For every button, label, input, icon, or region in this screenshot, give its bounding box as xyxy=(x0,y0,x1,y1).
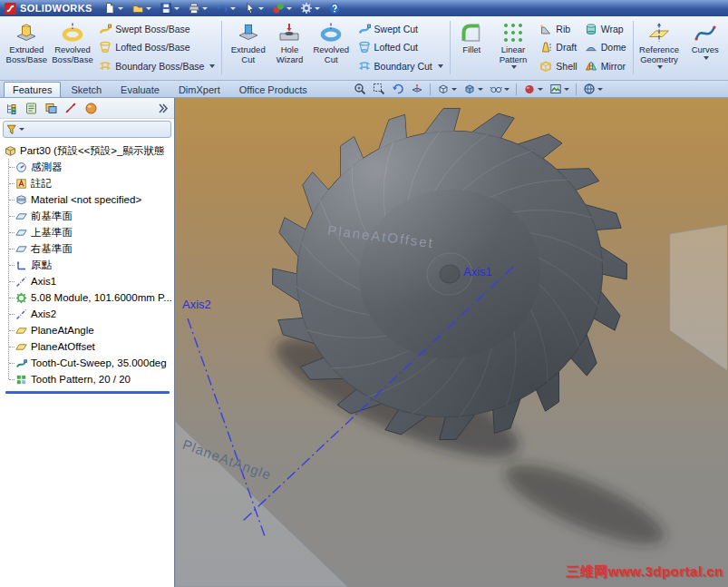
swept-cut-button[interactable]: Swept Cut xyxy=(355,23,446,35)
hide-show-items-icon[interactable] xyxy=(490,83,510,95)
lofted-cut-button[interactable]: Lofted Cut xyxy=(355,41,446,54)
tree-item-right-plane[interactable]: 右基準面 xyxy=(14,240,174,257)
tree-item-origin[interactable]: 原點 xyxy=(14,257,174,273)
button-label: Boundary Boss/Base xyxy=(115,61,204,72)
plane-icon xyxy=(15,243,27,255)
ribbon-separator xyxy=(221,21,222,74)
mirror-button[interactable]: Mirror xyxy=(582,60,629,73)
ribbon-features: Extruded Boss/Base Revolved Boss/Base Sw… xyxy=(0,16,728,81)
mirror-icon xyxy=(585,60,597,73)
property-manager-icon[interactable] xyxy=(24,102,38,115)
rollback-bar[interactable] xyxy=(5,391,170,394)
view-orientation-icon[interactable] xyxy=(437,83,457,95)
edit-appearance-icon[interactable] xyxy=(523,83,543,95)
tree-item-part30[interactable]: Part30 (預設<<預設>_顯示狀態 xyxy=(3,142,174,159)
dropdown-caret xyxy=(478,88,483,91)
draft-button[interactable]: Draft xyxy=(537,41,579,54)
feature-manager-tree-icon[interactable] xyxy=(5,102,18,115)
tab-features[interactable]: Features xyxy=(4,82,61,97)
boundary-boss-icon xyxy=(99,60,112,73)
tree-item-sensors[interactable]: 感測器 xyxy=(14,159,174,175)
wrap-button[interactable]: Wrap xyxy=(582,23,629,35)
revolved-boss-base-button[interactable]: Revolved Boss/Base xyxy=(50,18,96,77)
brand-text: SOLIDWORKS xyxy=(20,3,92,14)
reference-geometry-button[interactable]: Reference Geometry xyxy=(636,18,683,77)
rib-button[interactable]: Rib xyxy=(537,23,579,35)
tab-dimxpert[interactable]: DimXpert xyxy=(170,82,229,97)
dimxpert-manager-icon[interactable] xyxy=(64,102,78,115)
heads-up-view-toolbar xyxy=(354,83,724,97)
extruded-boss-base-button[interactable]: Extruded Boss/Base xyxy=(4,18,50,77)
lofted-boss-base-button[interactable]: Lofted Boss/Base xyxy=(96,41,218,54)
linear-pattern-button[interactable]: Linear Pattern xyxy=(490,18,537,77)
extruded-cut-button[interactable]: Extruded Cut xyxy=(225,18,271,77)
open-icon[interactable] xyxy=(131,2,151,15)
hole-wizard-button[interactable]: Hole Wizard xyxy=(271,18,308,77)
tree-item-annotations[interactable]: 註記 xyxy=(14,175,174,191)
rebuild-icon[interactable] xyxy=(272,2,292,15)
dome-button[interactable]: Dome xyxy=(582,41,629,54)
tree-item-plane-at-offset[interactable]: PlaneAtOffset xyxy=(14,338,174,355)
select-icon[interactable] xyxy=(244,2,264,15)
configuration-manager-icon[interactable] xyxy=(44,102,58,115)
ref-plane-icon xyxy=(15,341,27,353)
tree-item-axis1[interactable]: Axis1 xyxy=(14,273,174,289)
titlebar: SOLIDWORKS xyxy=(0,0,728,16)
ribbon-separator xyxy=(450,21,451,74)
view-settings-icon[interactable] xyxy=(583,83,603,95)
button-label: Fillet xyxy=(462,45,480,55)
tab-sketch[interactable]: Sketch xyxy=(62,82,111,97)
tree-item-top-plane[interactable]: 上基準面 xyxy=(14,224,174,240)
tree-item-axis2[interactable]: Axis2 xyxy=(14,306,174,322)
tree-item-module[interactable]: 5.08 Module, 101.6000mm P... xyxy=(14,289,174,306)
boundary-cut-button[interactable]: Boundary Cut xyxy=(355,60,446,73)
solidworks-logo-icon xyxy=(5,3,16,15)
display-manager-icon[interactable] xyxy=(84,102,98,115)
revolved-boss-icon xyxy=(61,21,84,44)
tab-evaluate[interactable]: Evaluate xyxy=(112,82,169,97)
zoom-fit-icon[interactable] xyxy=(354,83,366,95)
boundary-boss-base-button[interactable]: Boundary Boss/Base xyxy=(96,60,218,73)
shell-button[interactable]: Shell xyxy=(537,60,579,73)
tab-office-products[interactable]: Office Products xyxy=(230,82,316,97)
button-label: Revolved Cut xyxy=(308,45,354,64)
bevel-gear-model[interactable] xyxy=(263,98,636,461)
tree-item-label: 前基準面 xyxy=(31,210,73,223)
previous-view-icon[interactable] xyxy=(392,83,404,95)
zoom-area-icon[interactable] xyxy=(373,83,385,95)
origin-icon xyxy=(15,259,27,271)
panel-expand-chevrons-icon[interactable] xyxy=(156,102,170,115)
wrap-icon xyxy=(585,23,597,35)
tree-item-front-plane[interactable]: 前基準面 xyxy=(14,208,174,224)
new-document-icon[interactable] xyxy=(103,2,123,15)
options-icon[interactable] xyxy=(300,2,320,15)
tree-filter-bar[interactable] xyxy=(3,121,171,138)
apply-scene-icon[interactable] xyxy=(549,83,569,95)
fillet-button[interactable]: Fillet xyxy=(453,18,490,77)
print-icon[interactable] xyxy=(188,2,208,15)
filter-funnel-icon xyxy=(6,124,17,135)
curves-button[interactable]: Curves xyxy=(682,18,728,77)
swept-boss-base-button[interactable]: Swept Boss/Base xyxy=(96,23,218,35)
button-label: Wrap xyxy=(601,24,624,34)
solidworks-window: SOLIDWORKS Extruded Boss/Base Revolved B… xyxy=(0,0,728,587)
linear-pattern-icon xyxy=(501,21,525,44)
revolved-cut-button[interactable]: Revolved Cut xyxy=(308,18,354,77)
wrap-dome-mirror-stack: Wrap Dome Mirror xyxy=(581,18,630,77)
tree-item-tooth-cut-sweep[interactable]: Tooth-Cut-Sweep, 35.000deg xyxy=(14,355,174,371)
plane-at-offset-surface[interactable] xyxy=(670,225,727,370)
display-style-icon[interactable] xyxy=(463,83,483,95)
tree-item-plane-at-angle[interactable]: PlaneAtAngle xyxy=(14,322,174,338)
save-icon[interactable] xyxy=(160,2,180,15)
swept-boss-icon xyxy=(99,23,112,35)
tree-item-label: 5.08 Module, 101.6000mm P... xyxy=(31,292,172,303)
undo-icon[interactable] xyxy=(216,2,236,15)
tree-item-label: PlaneAtOffset xyxy=(31,341,95,352)
tree-item-label: Tooth Pattern, 20 / 20 xyxy=(31,374,131,385)
graphics-viewport[interactable]: PlaneAtOffset Axis1 Axis2 PlaneAtAngle 三… xyxy=(175,98,728,587)
tree-item-material[interactable]: Material <not specified> xyxy=(14,191,174,208)
help-icon[interactable] xyxy=(328,2,341,15)
tree-item-tooth-pattern[interactable]: Tooth Pattern, 20 / 20 xyxy=(14,371,174,387)
part-icon xyxy=(5,145,16,157)
section-view-icon[interactable] xyxy=(411,83,423,95)
